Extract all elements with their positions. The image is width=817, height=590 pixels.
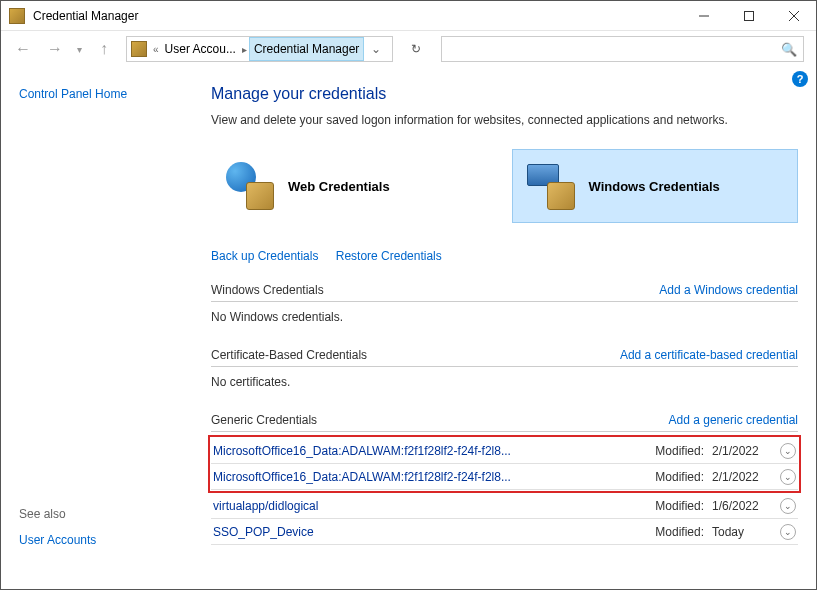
- modified-label: Modified:: [655, 444, 704, 458]
- minimize-button[interactable]: [681, 1, 726, 30]
- certificate-credentials-section: Certificate-Based Credentials Add a cert…: [211, 348, 798, 389]
- titlebar: Credential Manager: [1, 1, 816, 31]
- navbar: ← → ▾ ↑ « User Accou... ▸ Credential Man…: [1, 31, 816, 67]
- credential-row[interactable]: virtualapp/didlogical Modified: 1/6/2022…: [211, 493, 798, 519]
- chevron-down-icon[interactable]: ⌄: [780, 498, 796, 514]
- certificate-credentials-title: Certificate-Based Credentials: [211, 348, 367, 362]
- certificate-credentials-empty: No certificates.: [211, 373, 798, 389]
- window-controls: [681, 1, 816, 30]
- search-icon: 🔍: [781, 42, 797, 57]
- breadcrumb-chevrons: «: [151, 44, 161, 55]
- search-input[interactable]: 🔍: [441, 36, 804, 62]
- windows-credentials-empty: No Windows credentials.: [211, 308, 798, 324]
- credential-row[interactable]: MicrosoftOffice16_Data:ADALWAM:f2f1f28lf…: [211, 464, 798, 490]
- credential-row[interactable]: SSO_POP_Device Modified: Today ⌄: [211, 519, 798, 545]
- svg-rect-1: [744, 11, 753, 20]
- help-icon[interactable]: ?: [792, 71, 808, 87]
- credential-name: SSO_POP_Device: [213, 525, 647, 539]
- generic-credentials-title: Generic Credentials: [211, 413, 317, 427]
- generic-credentials-list: MicrosoftOffice16_Data:ADALWAM:f2f1f28lf…: [211, 435, 798, 545]
- generic-credentials-section: Generic Credentials Add a generic creden…: [211, 413, 798, 545]
- web-credentials-icon: [226, 162, 274, 210]
- window-title: Credential Manager: [33, 9, 681, 23]
- modified-value: 2/1/2022: [712, 470, 772, 484]
- chevron-down-icon[interactable]: ⌄: [780, 443, 796, 459]
- modified-value: 2/1/2022: [712, 444, 772, 458]
- windows-credentials-section: Windows Credentials Add a Windows creden…: [211, 283, 798, 324]
- web-credentials-card[interactable]: Web Credentials: [211, 149, 498, 223]
- chevron-down-icon[interactable]: ⌄: [780, 524, 796, 540]
- credential-name: MicrosoftOffice16_Data:ADALWAM:f2f1f28lf…: [213, 470, 647, 484]
- control-panel-home-link[interactable]: Control Panel Home: [19, 87, 183, 101]
- credential-name: virtualapp/didlogical: [213, 499, 647, 513]
- modified-value: 1/6/2022: [712, 499, 772, 513]
- forward-button[interactable]: →: [41, 35, 69, 63]
- add-windows-credential-link[interactable]: Add a Windows credential: [659, 283, 798, 297]
- windows-credentials-icon: [527, 162, 575, 210]
- restore-credentials-link[interactable]: Restore Credentials: [336, 249, 442, 263]
- breadcrumb-dropdown[interactable]: ⌄: [364, 42, 388, 56]
- modified-label: Modified:: [655, 470, 704, 484]
- page-description: View and delete your saved logon informa…: [211, 113, 798, 127]
- main-content: ? Manage your credentials View and delet…: [201, 67, 816, 589]
- credential-name: MicrosoftOffice16_Data:ADALWAM:f2f1f28lf…: [213, 444, 647, 458]
- modified-label: Modified:: [655, 525, 704, 539]
- add-certificate-credential-link[interactable]: Add a certificate-based credential: [620, 348, 798, 362]
- web-credentials-label: Web Credentials: [288, 179, 390, 194]
- close-button[interactable]: [771, 1, 816, 30]
- sidebar: Control Panel Home See also User Account…: [1, 67, 201, 589]
- back-button[interactable]: ←: [9, 35, 37, 63]
- breadcrumb-part-user-accounts[interactable]: User Accou...: [161, 37, 240, 61]
- backup-credentials-link[interactable]: Back up Credentials: [211, 249, 318, 263]
- breadcrumb-part-credential-manager[interactable]: Credential Manager: [249, 37, 364, 61]
- highlighted-credentials: MicrosoftOffice16_Data:ADALWAM:f2f1f28lf…: [208, 435, 801, 493]
- windows-credentials-title: Windows Credentials: [211, 283, 324, 297]
- page-title: Manage your credentials: [211, 85, 798, 103]
- see-also-label: See also: [19, 507, 183, 521]
- user-accounts-link[interactable]: User Accounts: [19, 533, 183, 547]
- up-button[interactable]: ↑: [90, 35, 118, 63]
- breadcrumb-icon: [131, 41, 147, 57]
- add-generic-credential-link[interactable]: Add a generic credential: [669, 413, 798, 427]
- windows-credentials-label: Windows Credentials: [589, 179, 720, 194]
- credential-row[interactable]: MicrosoftOffice16_Data:ADALWAM:f2f1f28lf…: [211, 438, 798, 464]
- history-dropdown[interactable]: ▾: [73, 44, 86, 55]
- modified-label: Modified:: [655, 499, 704, 513]
- app-icon: [9, 8, 25, 24]
- chevron-right-icon: ▸: [240, 44, 249, 55]
- breadcrumb[interactable]: « User Accou... ▸ Credential Manager ⌄: [126, 36, 393, 62]
- modified-value: Today: [712, 525, 772, 539]
- windows-credentials-card[interactable]: Windows Credentials: [512, 149, 799, 223]
- refresh-button[interactable]: ↻: [403, 36, 429, 62]
- maximize-button[interactable]: [726, 1, 771, 30]
- chevron-down-icon[interactable]: ⌄: [780, 469, 796, 485]
